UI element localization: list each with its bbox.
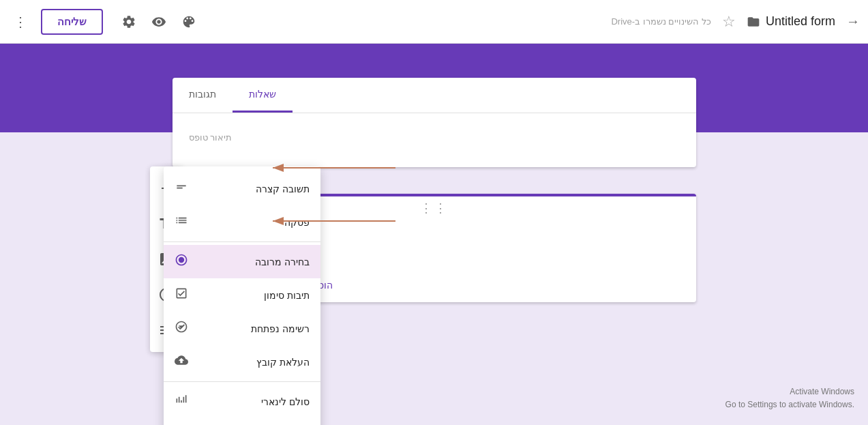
arrow-annotation-1 <box>266 154 402 181</box>
palette-icon[interactable] <box>177 10 201 34</box>
folder-title: Untitled form <box>747 14 835 29</box>
divider-1 <box>164 241 320 242</box>
preview-icon[interactable] <box>147 10 171 34</box>
file-upload-icon <box>175 353 188 370</box>
tab-questions[interactable]: שאלות <box>233 78 293 113</box>
topbar-left: ⋮ שליחה <box>8 8 201 35</box>
checkboxes-icon <box>175 287 188 304</box>
send-button[interactable]: שליחה <box>41 9 103 35</box>
dropdown-item-file-upload[interactable]: העלאת קובץ <box>164 345 320 379</box>
checkboxes-label: תיבות סימון <box>199 290 310 301</box>
dropdown-item-mc-grid[interactable]: רשת של בחירה מרובה <box>164 418 320 425</box>
topbar-right: כל השינויים נשמרו ב-Drive ☆ Untitled for… <box>611 13 860 31</box>
star-icon[interactable]: ☆ <box>722 13 736 31</box>
short-answer-label: תשובה קצרה <box>199 184 310 194</box>
linear-scale-label: סולם לינארי <box>199 396 310 407</box>
dropdown-item-linear-scale[interactable]: סולם לינארי <box>164 385 320 418</box>
form-title: Untitled form <box>766 14 835 29</box>
dropdown-item-dropdown[interactable]: רשימה נפתחת <box>164 312 320 345</box>
folder-icon <box>747 15 760 29</box>
windows-watermark: Activate Windows Go to Settings to activ… <box>725 385 854 411</box>
dropdown-label: רשימה נפתחת <box>199 323 310 334</box>
windows-line2: Go to Settings to activate Windows. <box>725 398 854 411</box>
dropdown-icon <box>175 320 188 337</box>
linear-scale-icon <box>175 393 188 410</box>
settings-icon[interactable] <box>117 10 141 34</box>
drive-save-text: כל השינויים נשמרו ב-Drive <box>611 16 711 27</box>
arrow-right-icon[interactable]: → <box>846 14 860 29</box>
arrow-annotation-2 <box>266 207 402 235</box>
short-answer-icon <box>175 180 188 197</box>
multiple-choice-label: בחירה מרובה <box>199 257 310 267</box>
svg-point-0 <box>179 257 184 263</box>
dropdown-item-checkboxes[interactable]: תיבות סימון <box>164 278 320 312</box>
dropdown-item-multiple-choice[interactable]: בחירה מרובה <box>164 245 320 278</box>
divider-2 <box>164 381 320 382</box>
topbar: ⋮ שליחה כל השינויים נשמרו ב-Drive ☆ Unti… <box>0 0 868 44</box>
multiple-choice-icon <box>175 253 188 270</box>
menu-icon[interactable]: ⋮ <box>8 8 33 35</box>
file-upload-label: העלאת קובץ <box>199 357 310 368</box>
paragraph-icon <box>175 214 188 231</box>
dropdown-menu: תשובה קצרה פסקה בחירה מרובה תיבות סימון <box>164 166 320 425</box>
form-card: שאלות תגובות תיאור טופס <box>173 78 696 167</box>
form-description: תיאור טופס <box>189 127 680 153</box>
tabs: שאלות תגובות <box>173 78 696 113</box>
tab-responses[interactable]: תגובות <box>173 78 233 113</box>
main-area: שאלות תגובות תיאור טופס ⋮⋮ שאלה אפשרות 1 <box>0 132 868 425</box>
windows-line1: Activate Windows <box>725 385 854 398</box>
topbar-icons <box>117 10 201 34</box>
form-body: תיאור טופס <box>173 113 696 167</box>
